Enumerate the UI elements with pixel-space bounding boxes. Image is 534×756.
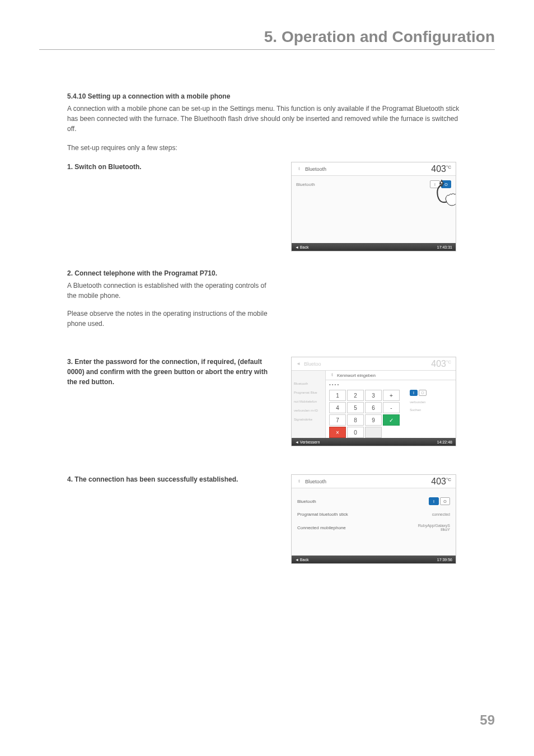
img1-header: Bluetooth 403°C <box>292 162 456 176</box>
img1-body: Bluetooth I O <box>292 176 456 243</box>
keypad-plus[interactable]: + <box>383 390 400 401</box>
step-1-title: 1. Switch on Bluetooth. <box>67 162 274 172</box>
img1-time: 17:43:31 <box>437 245 452 249</box>
keypad-confirm[interactable]: ✓ <box>383 414 400 426</box>
step-3-title: 3. Enter the password for the connection… <box>67 357 274 387</box>
img3-stick-label: Programat bluetooth stick <box>297 512 348 517</box>
page-number: 59 <box>480 712 495 728</box>
step-2-text-2: Please observe the notes in the operatin… <box>67 309 274 329</box>
img2-right-toggle-off: O <box>419 390 427 396</box>
sidebar-item: Programat Blue <box>294 391 323 394</box>
img2-back-chevron: ◄ <box>296 361 301 366</box>
sidebar-item: verbunden m-ID <box>294 409 323 412</box>
step-2-text-1: A Bluetooth connection is established wi… <box>67 281 274 301</box>
img2-right-toggle: I O <box>410 390 452 396</box>
img2-back-button[interactable]: ◄ Verbessern <box>295 440 320 444</box>
img2-time: 14:22:48 <box>437 440 452 444</box>
step-2-row: 2. Connect telephone with the Programat … <box>67 268 467 329</box>
img3-body: Bluetooth I O Programat bluetooth stick … <box>292 488 456 556</box>
img1-bluetooth-label: Bluetooth <box>296 182 315 187</box>
bluetooth-icon <box>329 372 335 378</box>
step-2-title: 2. Connect telephone with the Programat … <box>67 268 274 278</box>
chapter-title: 5. Operation and Configuration <box>264 28 495 45</box>
img3-header: Bluetooth 403°C <box>292 475 456 488</box>
keypad-2[interactable]: 2 <box>347 390 364 401</box>
img2-footer: ◄ Verbessern 14:22:48 <box>292 438 456 446</box>
img3-phone-status: RubyApp/GalaxyS ilikoY <box>418 524 450 531</box>
keypad-cancel[interactable]: × <box>329 427 346 438</box>
img3-header-label: Bluetooth <box>305 479 326 484</box>
keypad-minus[interactable]: - <box>383 402 400 413</box>
step-4-screenshot: Bluetooth 403°C Bluetooth I O Programat … <box>291 474 456 564</box>
img1-temp: 403°C <box>431 164 451 174</box>
step-4-row: 4. The connection has been successfully … <box>67 474 467 564</box>
img2-keypad-header: Kennwort eingeben <box>326 371 456 380</box>
keypad-6[interactable]: 6 <box>365 402 382 413</box>
main-content: 5.4.10 Setting up a connection with a mo… <box>67 92 467 581</box>
keypad-9[interactable]: 9 <box>365 414 382 426</box>
img2-right-status-2: Suchen <box>410 408 452 412</box>
step-1-screenshot: Bluetooth 403°C Bluetooth I O ◄ Back 17:… <box>291 162 456 251</box>
img1-back-button[interactable]: ◄ Back <box>295 245 308 249</box>
step-3-row: 3. Enter the password for the connection… <box>67 357 467 446</box>
keypad-8[interactable]: 8 <box>347 414 364 426</box>
img2-header: ◄ Bluetoo 403°C <box>292 357 456 371</box>
img1-footer: ◄ Back 17:43:31 <box>292 243 456 251</box>
img2-sidebar: Bluetooth Programat Blue not Mobitelefon… <box>292 371 325 438</box>
img2-temp: 403°C <box>431 359 451 369</box>
sidebar-item: Bluetooth <box>294 382 323 385</box>
step-4-title: 4. The connection has been successfully … <box>67 474 274 484</box>
keypad-4[interactable]: 4 <box>329 402 346 413</box>
chapter-header: 5. Operation and Configuration <box>39 28 495 50</box>
img1-header-label: Bluetooth <box>305 166 326 172</box>
bluetooth-icon <box>296 479 302 484</box>
img3-bluetooth-label: Bluetooth <box>297 499 316 504</box>
img3-toggle-off[interactable]: O <box>440 497 450 505</box>
img3-toggle-on[interactable]: I <box>429 497 439 505</box>
sidebar-item: Signalstärke <box>294 418 323 421</box>
img2-header-label: Bluetoo <box>304 361 321 367</box>
keypad-0[interactable]: 0 <box>347 427 364 438</box>
step-2-text: 2. Connect telephone with the Programat … <box>67 268 274 329</box>
step-1-row: 1. Switch on Bluetooth. Bluetooth 403°C … <box>67 162 467 251</box>
img3-time: 17:39:56 <box>437 558 452 562</box>
intro-paragraph-1: A connection with a mobile phone can be … <box>67 104 467 134</box>
keypad-3[interactable]: 3 <box>365 390 382 401</box>
step-3-screenshot: ◄ Bluetoo 403°C Bluetooth Programat Blue… <box>291 357 456 446</box>
section-heading: 5.4.10 Setting up a connection with a mo… <box>67 92 467 100</box>
img2-password-dots: •••• <box>326 380 456 389</box>
keypad-1[interactable]: 1 <box>329 390 346 401</box>
sidebar-item: not Mobitelefon <box>294 400 323 403</box>
img3-footer: ◄ Back 17:39:56 <box>292 556 456 563</box>
img2-keypad-grid: 1 2 3 + 4 5 6 - 7 8 9 ✓ × 0 <box>326 389 403 439</box>
img2-keypad-container: Kennwort eingeben •••• 1 2 3 + 4 5 6 - 7… <box>325 371 456 438</box>
img3-toggle[interactable]: I O <box>429 497 450 505</box>
img3-stick-status: connected <box>432 512 450 516</box>
keypad-7[interactable]: 7 <box>329 414 346 426</box>
cursor-hand-icon <box>433 179 456 207</box>
img2-right-status-1: verbunden <box>410 400 452 404</box>
img2-right-toggle-on: I <box>410 390 418 396</box>
img3-phone-label: Connected mobilephone <box>297 525 346 530</box>
img3-back-button[interactable]: ◄ Back <box>295 558 308 562</box>
keypad-blank[interactable] <box>365 427 382 438</box>
keypad-5[interactable]: 5 <box>347 402 364 413</box>
img2-prompt: Kennwort eingeben <box>337 373 376 378</box>
intro-paragraph-2: The set-up requires only a few steps: <box>67 143 467 153</box>
img3-temp: 403°C <box>431 477 451 487</box>
bluetooth-icon <box>296 166 302 172</box>
